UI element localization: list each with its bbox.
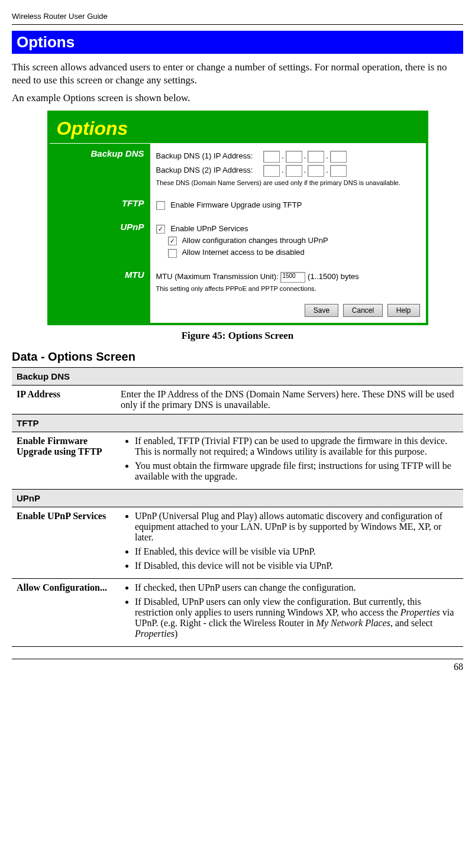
save-button[interactable]: Save bbox=[305, 304, 338, 317]
row-upnp-allow-bullet-1: If checked, then UPnP users can change t… bbox=[135, 582, 458, 593]
row-upnp-allow-bullet-2: If Disabled, UPnP users can only view th… bbox=[135, 597, 458, 639]
section-label-backup-dns: Backup DNS bbox=[50, 144, 150, 193]
upnp-config-label: Allow configuration changes through UPnP bbox=[182, 236, 328, 245]
row-label-upnp-allow: Allow Configu­ration... bbox=[12, 578, 116, 646]
row-label-ip-address: IP Address bbox=[12, 385, 116, 414]
intro-paragraph-1: This screen allows advanced users to ent… bbox=[12, 61, 463, 87]
screenshot-title: Options bbox=[50, 113, 426, 144]
row-upnp-enable-bullet-2: If Enabled, this device will be visible … bbox=[135, 546, 458, 557]
data-subheading: Data - Options Screen bbox=[12, 350, 463, 364]
upnp-internet-label: Allow Internet access to be disabled bbox=[182, 248, 304, 257]
section-label-upnp: UPnP bbox=[50, 217, 150, 264]
group-upnp: UPnP bbox=[12, 489, 463, 507]
row-label-tftp: Enable Firm­ware Upgrade using TFTP bbox=[12, 432, 116, 489]
dns-hint: These DNS (Domain Name Servers) are used… bbox=[156, 179, 420, 186]
upnp-internet-checkbox[interactable] bbox=[168, 249, 177, 258]
dns2-label: Backup DNS (2) IP Address: bbox=[156, 166, 253, 175]
row-tftp-bullet-1: If enabled, TFTP (Trivial FTP) can be us… bbox=[135, 436, 458, 457]
tftp-checkbox[interactable] bbox=[156, 201, 165, 210]
row-upnp-enable-bullet-1: UPnP (Universal Plug and Play) allows au… bbox=[135, 511, 458, 543]
mtu-field[interactable]: 1500 bbox=[280, 272, 305, 283]
intro-paragraph-2: An example Options screen is shown below… bbox=[12, 92, 463, 105]
dns2-ip-fields[interactable]: . . . bbox=[263, 165, 347, 177]
upnp-enable-checkbox[interactable] bbox=[156, 225, 165, 234]
upnp-config-checkbox[interactable] bbox=[168, 237, 177, 245]
mtu-label: MTU (Maximum Transmission Unit): bbox=[156, 272, 279, 281]
options-screenshot: Options Backup DNS Backup DNS (1) IP Add… bbox=[47, 111, 428, 325]
row-label-upnp-enable: Enable UPnP Services bbox=[12, 507, 116, 578]
section-label-tftp: TFTP bbox=[50, 193, 150, 217]
tftp-checkbox-label: Enable Firmware Upgrade using TFTP bbox=[170, 200, 302, 209]
section-label-mtu: MTU bbox=[50, 265, 150, 299]
mtu-suffix: (1..1500) bytes bbox=[308, 272, 359, 281]
page-title: Options bbox=[12, 31, 463, 54]
header-divider bbox=[12, 24, 463, 25]
row-tftp-bullet-2: You must obtain the firmware upgrade fil… bbox=[135, 461, 458, 482]
row-text-ip-address: Enter the IP Address of the DNS (Domain … bbox=[116, 385, 463, 414]
row-upnp-enable-bullet-3: If Disabled, this device will not be vis… bbox=[135, 561, 458, 571]
options-data-table: Backup DNS IP Address Enter the IP Addre… bbox=[12, 367, 463, 647]
upnp-enable-label: Enable UPnP Services bbox=[170, 224, 248, 233]
figure-caption: Figure 45: Options Screen bbox=[12, 330, 463, 342]
dns1-ip-fields[interactable]: . . . bbox=[263, 151, 347, 163]
cancel-button[interactable]: Cancel bbox=[343, 304, 383, 317]
running-header: Wireless Router User Guide bbox=[12, 12, 463, 21]
group-backup-dns: Backup DNS bbox=[12, 367, 463, 385]
group-tftp: TFTP bbox=[12, 414, 463, 432]
page-number: 68 bbox=[12, 659, 463, 672]
dns1-label: Backup DNS (1) IP Address: bbox=[156, 152, 253, 161]
mtu-hint: This setting only affects PPPoE and PPTP… bbox=[156, 285, 420, 292]
help-button[interactable]: Help bbox=[387, 304, 420, 317]
